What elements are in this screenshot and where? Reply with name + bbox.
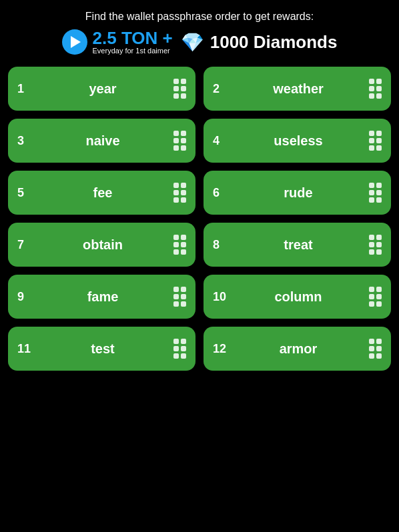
diamond-section: 💎 1000 Diamonds	[181, 30, 338, 54]
diamond-icon: 💎	[181, 30, 205, 54]
drag-handle-icon[interactable]	[173, 183, 186, 203]
card-number: 6	[213, 186, 228, 200]
instruction-text: Find the wallet passphrase order to get …	[85, 11, 314, 23]
word-card[interactable]: 2weather	[204, 67, 391, 111]
drag-handle-icon[interactable]	[173, 287, 186, 307]
card-number: 12	[213, 342, 228, 356]
card-number: 11	[17, 342, 32, 356]
card-word: fame	[32, 289, 173, 305]
card-number: 3	[17, 134, 32, 148]
drag-handle-icon[interactable]	[369, 131, 382, 151]
drag-handle-icon[interactable]	[369, 287, 382, 307]
word-card[interactable]: 9fame	[8, 275, 195, 319]
card-number: 4	[213, 134, 228, 148]
play-icon[interactable]	[62, 29, 87, 55]
diamond-text: 1000 Diamonds	[210, 32, 338, 53]
drag-handle-icon[interactable]	[369, 235, 382, 255]
card-number: 7	[17, 238, 32, 252]
ton-sub: Everyday for 1st daimer	[93, 47, 173, 55]
card-number: 2	[213, 82, 228, 96]
reward-bar: 2.5 TON + Everyday for 1st daimer 💎 1000…	[62, 29, 338, 55]
drag-handle-icon[interactable]	[369, 183, 382, 203]
drag-handle-icon[interactable]	[173, 79, 186, 99]
word-grid: 1year2weather3naive4useless5fee6rude7obt…	[8, 67, 391, 371]
word-card[interactable]: 6rude	[204, 171, 391, 215]
card-number: 5	[17, 186, 32, 200]
word-card[interactable]: 11test	[8, 327, 195, 371]
card-number: 10	[213, 290, 228, 304]
word-card[interactable]: 5fee	[8, 171, 195, 215]
card-number: 9	[17, 290, 32, 304]
card-number: 8	[213, 238, 228, 252]
word-card[interactable]: 4useless	[204, 119, 391, 163]
ton-amount: 2.5 TON +	[93, 29, 173, 47]
card-word: naive	[32, 133, 173, 149]
drag-handle-icon[interactable]	[369, 79, 382, 99]
drag-handle-icon[interactable]	[173, 339, 186, 359]
card-number: 1	[17, 82, 32, 96]
word-card[interactable]: 1year	[8, 67, 195, 111]
card-word: column	[228, 289, 369, 305]
word-card[interactable]: 3naive	[8, 119, 195, 163]
card-word: year	[32, 81, 173, 97]
card-word: treat	[228, 237, 369, 253]
card-word: useless	[228, 133, 369, 149]
word-card[interactable]: 12armor	[204, 327, 391, 371]
drag-handle-icon[interactable]	[369, 339, 382, 359]
card-word: fee	[32, 185, 173, 201]
card-word: armor	[228, 341, 369, 357]
card-word: weather	[228, 81, 369, 97]
word-card[interactable]: 10column	[204, 275, 391, 319]
word-card[interactable]: 7obtain	[8, 223, 195, 267]
card-word: obtain	[32, 237, 173, 253]
card-word: test	[32, 341, 173, 357]
drag-handle-icon[interactable]	[173, 235, 186, 255]
word-card[interactable]: 8treat	[204, 223, 391, 267]
drag-handle-icon[interactable]	[173, 131, 186, 151]
card-word: rude	[228, 185, 369, 201]
play-triangle-icon	[71, 36, 81, 48]
ton-info: 2.5 TON + Everyday for 1st daimer	[93, 29, 173, 55]
ton-section: 2.5 TON + Everyday for 1st daimer	[62, 29, 173, 55]
